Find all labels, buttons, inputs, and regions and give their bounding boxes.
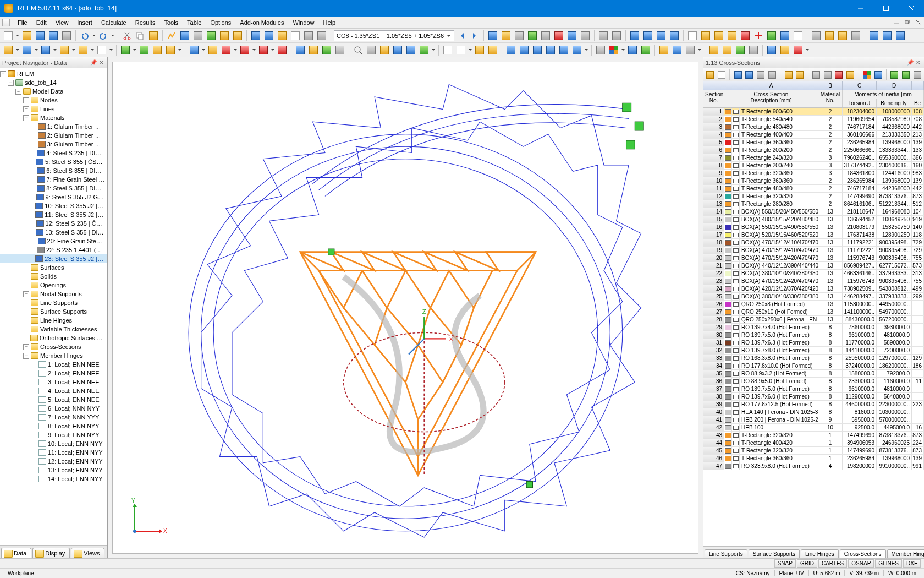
results-misc-button[interactable] [579,30,591,42]
solid-tool-button[interactable] [77,44,89,56]
tree-model-data[interactable]: −Model Data [0,87,107,96]
table-row[interactable]: 46T-Rectangle 360/3601236265984139968000… [703,455,924,462]
view-y-button[interactable] [655,30,667,42]
tree-material-item[interactable]: 12: Steel S 235 | ČSN E [0,219,107,228]
tree-material-item[interactable]: 9: Steel S 355 J2 G3 | E [0,193,107,201]
tree-variable-thickness[interactable]: Variable Thicknesses [0,325,107,334]
snap-settings-button[interactable] [810,30,822,42]
load-member-button[interactable] [276,44,288,56]
view-restore-button[interactable] [721,44,733,56]
tree-nodal-supports[interactable]: +Nodal Supports [0,290,107,298]
tree-hinge-item[interactable]: 14: Local; ENN NYY [0,475,107,483]
paste-button[interactable] [147,30,160,42]
rotate-view-button[interactable] [418,44,430,56]
menu-tools[interactable]: Tools [160,18,183,28]
load-surface-button[interactable] [257,44,270,56]
table-colors-button[interactable] [862,69,872,80]
tree-hinge-item[interactable]: 9: Local; ENN NYY [0,430,107,439]
animation-button[interactable] [734,44,746,56]
generate-mesh-button[interactable] [640,44,652,56]
layers-button[interactable] [250,30,262,42]
minimize-button[interactable] [848,0,873,17]
grid-settings-button[interactable] [837,30,849,42]
select-window-button[interactable] [455,44,467,56]
tree-material-item[interactable]: 13: Steel S 355 | DIN 18 [0,228,107,237]
screenshot-button[interactable] [747,44,760,56]
zoom-out-button[interactable] [405,44,417,56]
table-row[interactable]: 15BOX(A) 480/15/15/420/480/480/15/131365… [703,216,924,223]
status-toggle-osnap[interactable]: OSNAP [848,559,874,568]
fe-mesh-button[interactable] [626,44,639,56]
regenerate-button[interactable] [218,30,230,42]
annotation-button[interactable] [658,44,670,56]
opening-button[interactable] [792,30,804,42]
hinge-button[interactable] [151,44,163,56]
status-toggle-dxf[interactable]: DXF [903,559,921,568]
select-button[interactable] [686,30,698,42]
measure-button[interactable] [868,30,880,42]
table-row[interactable]: 21BOX(A) 440/12/12/390/440/440/12/138569… [703,262,924,270]
tree-material-item[interactable]: 8: Steel S 355 | DIN 18 [0,184,107,193]
tree-hinge-item[interactable]: 1: Local; ENN NEE [0,360,107,369]
tree-hinge-item[interactable]: 6: Local; NNN NYY [0,404,107,413]
status-toggle-glines[interactable]: GLINES [875,559,902,568]
table-row[interactable]: 4T-Rectangle 400/40023601066662133333502… [703,131,924,139]
table-row[interactable]: 16BOX(A) 550/15/15/490/550/550/15/132108… [703,223,924,231]
tree-material-item[interactable]: 22: S 235 1.4401 (Cold [0,246,107,254]
tree-material-item[interactable]: 11: Steel S 355 J2 | CSN [0,210,107,219]
save-button[interactable] [34,30,46,42]
table-row[interactable]: 28QRO 250x250x6 | Ferona - EN 1021913884… [703,316,924,324]
table-redo-button[interactable] [795,69,805,80]
table-row[interactable]: 37RO 139.7x5.0 (Hot Formed)89610000.0481… [703,385,924,393]
tree-hinge-item[interactable]: 8: Local; ENN NYY [0,422,107,430]
module-b-button[interactable] [610,30,623,42]
cross-sections-close-button[interactable]: ✕ [914,59,922,67]
isosurfaces-button[interactable] [553,30,565,42]
copy-button[interactable] [134,30,146,42]
filter-button[interactable] [540,30,552,42]
navigator-tree[interactable]: −RFEM−sdo_tob_14−Model Data+Nodes+Lines−… [0,68,107,545]
table-row[interactable]: 23BOX(A) 470/15/12/420/470/470/15/131159… [703,277,924,285]
module-a-button[interactable] [597,30,609,42]
menu-view[interactable]: View [51,18,73,28]
view-front-button[interactable] [505,44,517,56]
table-sort-button[interactable] [744,69,755,80]
connect-button[interactable] [766,30,778,42]
sections-button[interactable] [513,30,525,42]
tree-material-item[interactable]: 5: Steel S 355 | ČSN EN [0,157,107,166]
table-row[interactable]: 33RO 168.3x8.0 (Hot Formed)825950000.012… [703,355,924,362]
navigator-close-button[interactable]: ✕ [97,59,105,67]
mdi-close-button[interactable] [913,18,923,28]
addon-3-button[interactable] [792,44,804,56]
undo-button[interactable] [79,30,91,42]
table-row[interactable]: 43T-Rectangle 320/3201147499690873813376… [703,432,924,439]
tree-line-supports[interactable]: Line Supports [0,298,107,307]
navigator-tab-data[interactable]: Data [1,548,31,558]
tree-hinge-item[interactable]: 5: Local; ENN NEE [0,395,107,404]
extrude-button[interactable] [779,30,791,42]
tree-root[interactable]: −RFEM [0,69,107,78]
next-lc-button[interactable] [469,30,481,42]
load-line-button[interactable] [239,44,251,56]
table-row[interactable]: 8T-Rectangle 200/2403317374492..23040001… [703,162,924,170]
table-row[interactable]: 45T-Rectangle 320/3201147499690873813376… [703,447,924,455]
table-row[interactable]: 7T-Rectangle 240/3203796026240..65536000… [703,154,924,162]
rotate-button[interactable] [713,30,725,42]
table-row[interactable]: 31RO 139.7x6.3 (Hot Formed)811770000.058… [703,339,924,347]
view-save-button[interactable] [708,44,720,56]
support-node-button[interactable] [119,44,131,56]
new-model-dropdown[interactable] [15,30,20,42]
tree-model[interactable]: −sdo_tob_14 [0,78,107,87]
menu-calculate[interactable]: Calculate [97,18,131,28]
tree-hinge-item[interactable]: 7: Local; NNN YYY [0,413,107,422]
table-copy-button[interactable] [811,69,822,80]
table-row[interactable]: 25BOX(A) 380/10/10/330/380/380/10/134462… [703,293,924,301]
select-pointer-button[interactable] [442,44,454,56]
tree-hinge-item[interactable]: 2: Local; ENN NEE [0,369,107,378]
tree-material-item[interactable]: 20: Fine Grain Steel S [0,237,107,246]
cross-section-button[interactable] [188,44,200,56]
guideline-button[interactable] [321,44,333,56]
table-goto-button[interactable] [767,69,778,80]
delete-button[interactable] [739,30,751,42]
table-row[interactable]: 35RO 88.9x3.2 (Hot Formed)81580000.07920… [703,370,924,378]
